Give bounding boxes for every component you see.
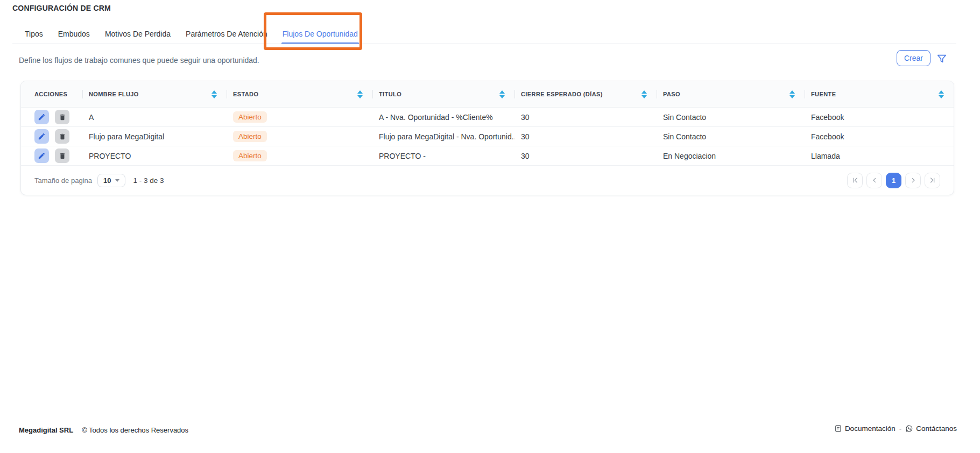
- table-row: PROYECTO Abierto PROYECTO - 30 En Negoci…: [21, 146, 954, 165]
- cell-estado: Abierto: [227, 150, 372, 161]
- table-body: A Abierto A - Nva. Oportunidad - %Client…: [21, 107, 954, 165]
- trash-icon: [59, 133, 66, 140]
- cell-paso: En Negociacion: [657, 152, 805, 160]
- cell-nombre-flujo: Flujo para MegaDigital: [82, 132, 227, 141]
- cell-fuente: Facebook: [805, 113, 954, 122]
- page-size-select[interactable]: 10: [97, 174, 125, 187]
- documentation-link[interactable]: Documentación: [834, 424, 896, 433]
- column-label: CIERRE ESPERADO (DÍAS): [521, 91, 641, 97]
- column-header-acciones: ACCIONES: [21, 81, 82, 107]
- edit-button[interactable]: [34, 148, 49, 163]
- cell-fuente: Llamada: [805, 152, 954, 160]
- flows-table-card: ACCIONES NOMBRE FLUJO ESTADO TITULO CIER…: [20, 81, 954, 195]
- pagination-bar: Tamaño de pagina 10 1 - 3 de 3 1: [21, 165, 954, 195]
- table-row: Flujo para MegaDigital Abierto Flujo par…: [21, 126, 954, 146]
- sort-arrows-icon[interactable]: [211, 90, 217, 98]
- page-size-label: Tamaño de pagina: [34, 176, 92, 185]
- documentation-label: Documentación: [845, 424, 896, 433]
- previous-page-button[interactable]: [866, 173, 882, 188]
- column-header-titulo[interactable]: TITULO: [372, 81, 514, 107]
- footer-right: Documentación - Contáctanos: [834, 424, 957, 433]
- cell-cierre-esperado: 30: [514, 152, 657, 160]
- column-header-fuente[interactable]: FUENTE: [805, 81, 954, 107]
- sort-arrows-icon[interactable]: [499, 90, 505, 98]
- current-page-button[interactable]: 1: [886, 173, 901, 188]
- contact-label: Contáctanos: [916, 424, 957, 433]
- column-label: NOMBRE FLUJO: [89, 91, 211, 97]
- document-icon: [834, 424, 842, 433]
- pagination-buttons: 1: [847, 173, 940, 188]
- table-header-row: ACCIONES NOMBRE FLUJO ESTADO TITULO CIER…: [21, 81, 954, 107]
- sort-arrows-icon[interactable]: [641, 90, 647, 98]
- tab-embudos[interactable]: Embudos: [51, 24, 97, 44]
- status-badge: Abierto: [233, 131, 267, 142]
- pagination-range-text: 1 - 3 de 3: [133, 176, 164, 185]
- actions-cell: [21, 148, 82, 163]
- company-name: Megadigital SRL: [19, 426, 73, 434]
- sort-arrows-icon[interactable]: [357, 90, 363, 98]
- chevron-down-icon: [115, 179, 119, 182]
- contact-link[interactable]: Contáctanos: [905, 424, 957, 433]
- status-badge: Abierto: [233, 150, 267, 161]
- column-header-estado[interactable]: ESTADO: [227, 81, 372, 107]
- cell-nombre-flujo: PROYECTO: [82, 152, 227, 160]
- cell-cierre-esperado: 30: [514, 132, 657, 141]
- page-description: Define los flujos de trabajo comunes que…: [19, 56, 259, 65]
- column-label: TITULO: [379, 91, 499, 97]
- footer-left: Megadigital SRL © Todos los derechos Res…: [19, 426, 188, 434]
- sort-arrows-icon[interactable]: [939, 90, 944, 98]
- copyright-text: © Todos los derechos Reservados: [82, 426, 188, 434]
- cell-titulo: Flujo para MegaDigital - Nva. Oportunid.…: [372, 132, 514, 141]
- page-size-value: 10: [103, 176, 111, 185]
- tabbar-divider: [12, 44, 956, 44]
- trash-icon: [59, 114, 66, 121]
- column-header-nombre-flujo[interactable]: NOMBRE FLUJO: [82, 81, 227, 107]
- pencil-icon: [38, 132, 46, 140]
- cell-estado: Abierto: [227, 111, 372, 123]
- pencil-icon: [38, 152, 46, 160]
- filter-button[interactable]: [935, 52, 948, 65]
- create-button[interactable]: Crear: [897, 50, 930, 66]
- cell-nombre-flujo: A: [82, 113, 227, 122]
- footer-separator: -: [899, 424, 902, 433]
- whatsapp-icon: [905, 424, 913, 433]
- actions-cell: [21, 110, 82, 124]
- trash-icon: [59, 152, 66, 160]
- cell-cierre-esperado: 30: [514, 113, 657, 122]
- funnel-icon: [936, 53, 948, 65]
- column-label: PASO: [663, 91, 789, 97]
- cell-fuente: Facebook: [805, 132, 954, 141]
- cell-titulo: PROYECTO -: [372, 152, 514, 160]
- column-header-paso[interactable]: PASO: [657, 81, 805, 107]
- delete-button[interactable]: [55, 148, 69, 163]
- last-page-button[interactable]: [925, 173, 940, 188]
- edit-button[interactable]: [34, 129, 49, 144]
- sort-arrows-icon[interactable]: [789, 90, 795, 98]
- table-row: A Abierto A - Nva. Oportunidad - %Client…: [21, 107, 954, 126]
- column-label: ACCIONES: [34, 91, 82, 97]
- actions-cell: [21, 129, 82, 144]
- status-badge: Abierto: [233, 111, 267, 123]
- column-label: ESTADO: [233, 91, 357, 97]
- column-header-cierre-esperado[interactable]: CIERRE ESPERADO (DÍAS): [514, 81, 657, 107]
- delete-button[interactable]: [55, 110, 69, 124]
- column-label: FUENTE: [811, 91, 939, 97]
- cell-paso: Sin Contacto: [657, 113, 805, 122]
- next-page-button[interactable]: [905, 173, 921, 188]
- cell-titulo: A - Nva. Oportunidad - %Cliente%: [372, 113, 514, 122]
- delete-button[interactable]: [55, 129, 69, 144]
- edit-button[interactable]: [34, 110, 49, 124]
- first-page-button[interactable]: [847, 173, 863, 188]
- tab-flujos-de-oportunidad[interactable]: Flujos De Oportunidad: [275, 24, 365, 44]
- tab-tipos[interactable]: Tipos: [17, 24, 51, 44]
- cell-estado: Abierto: [227, 131, 372, 142]
- page-title: CONFIGURACIÓN DE CRM: [12, 4, 111, 12]
- cell-paso: Sin Contacto: [657, 132, 805, 141]
- tab-motivos-de-perdida[interactable]: Motivos De Perdida: [97, 24, 178, 44]
- tab-parametros-de-atencion[interactable]: Parámetros De Atención: [178, 24, 275, 44]
- pencil-icon: [38, 113, 46, 121]
- tab-bar: Tipos Embudos Motivos De Perdida Parámet…: [17, 24, 365, 44]
